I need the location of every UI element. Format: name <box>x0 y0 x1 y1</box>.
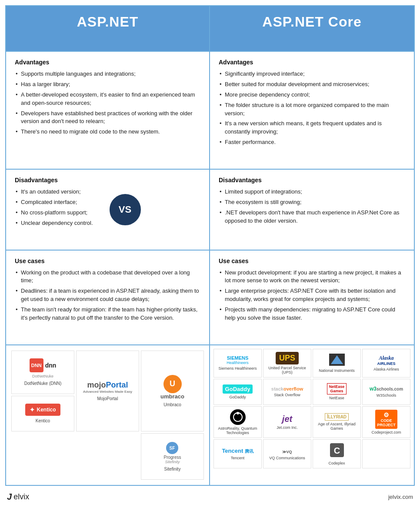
dnn-name: DotNetNuke (DNN) <box>24 381 62 386</box>
svg-text:SF: SF <box>170 446 175 451</box>
logos-right-grid: SIEMENS Healthineers Siemens Healthineer… <box>213 349 410 468</box>
mojo-logo: mojoPortal Advanced Websites Made Easy <box>83 381 132 394</box>
list-item: Complicated interface; <box>15 198 200 207</box>
kentico-name: Kentico <box>36 418 50 423</box>
page: ASP.NET ASP.NET Core Advantages Supports… <box>0 0 420 508</box>
umbraco-logo-cell: U umbraco Umbraco <box>141 351 204 431</box>
list-item: .NET developers don't have that much exp… <box>219 209 405 225</box>
list-item: Projects with many dependencies: migrati… <box>219 306 405 322</box>
umbraco-logo: U umbraco <box>160 375 184 400</box>
list-item: Limited support of integrations; <box>219 188 405 196</box>
dnn-icon: DNN <box>30 358 43 372</box>
tencent-logo: Tencent 腾讯 <box>222 448 253 455</box>
list-item: A better-developed ecosystem, it's easie… <box>15 91 200 107</box>
netease-cell: NetEaseGames NetEase <box>313 379 361 405</box>
logos-right-section: SIEMENS Healthineers Siemens Healthineer… <box>210 344 414 485</box>
svg-point-6 <box>237 412 239 414</box>
right-disadvantages-list: Limited support of integrations; The eco… <box>219 188 405 225</box>
godaddy-logo: GoDaddy <box>223 384 253 394</box>
sitefinity-icon: SF <box>165 441 179 455</box>
illyriad-logo: ĬLLYRIAD <box>325 413 349 421</box>
vq-cell: ≫VQ VQ Communications <box>263 439 311 468</box>
w3schools-cell: w3schools.com W3Schools <box>362 379 410 405</box>
list-item: Working on the product with a codebase t… <box>15 269 200 285</box>
right-title: ASP.NET Core <box>219 14 405 30</box>
national-logo <box>329 354 345 367</box>
left-advantages-list: Supports multiple languages and integrat… <box>15 70 200 136</box>
empty-cell <box>362 439 410 468</box>
list-item: More precise dependency control; <box>219 91 405 99</box>
list-item: It's a new version which means, it gets … <box>219 120 405 136</box>
jet-logo: jet <box>282 414 292 424</box>
stackoverflow-logo: stackoverflow <box>271 386 303 391</box>
right-disadvantages-title: Disadvantages <box>219 177 405 184</box>
mojo-logo-cell: mojoPortal Advanced Websites Made Easy M… <box>76 351 139 431</box>
left-usecases-list: Working on the product with a codebase t… <box>15 269 200 322</box>
mojo-name: MojoPortal <box>97 396 118 401</box>
right-advantages-title: Advantages <box>219 59 405 66</box>
footer: J elvix jelvix.com <box>5 488 415 503</box>
list-item: Significantly improved interface; <box>219 70 405 78</box>
godaddy-cell: GoDaddy GoDaddy <box>213 379 262 405</box>
footer-brand: J elvix <box>7 492 29 502</box>
illyriad-cell: ĬLLYRIAD Age of Ascent, Illyriad Games <box>313 406 361 438</box>
astro-logo <box>230 409 246 425</box>
right-advantages-list: Significantly improved interface; Better… <box>219 70 405 147</box>
siemens-cell: SIEMENS Healthineers Siemens Healthineer… <box>213 349 262 378</box>
footer-website: jelvix.com <box>388 494 413 500</box>
tencent-cell: Tencent 腾讯 Tencent <box>213 439 262 468</box>
list-item: Developers have established best practic… <box>15 110 200 126</box>
vs-badge: VS <box>108 192 143 227</box>
kentico-logo: ✦ Kentico <box>25 404 60 416</box>
right-disadvantages: Disadvantages Limited support of integra… <box>210 169 414 250</box>
codeproject-cell: ⚙CODEPROJECT Codeproject.com <box>362 406 410 438</box>
kentico-logo-cell: ✦ Kentico Kentico <box>11 396 74 431</box>
list-item: The team isn't ready for migration: if t… <box>15 306 200 322</box>
codeplex-cell: C Codeplex <box>313 439 361 468</box>
vq-logo: ≫VQ <box>282 448 292 455</box>
list-item: The ecosystem is still growing; <box>219 198 405 207</box>
list-item: The folder structure is a lot more organ… <box>219 101 405 118</box>
stackoverflow-cell: stackoverflow Stack Overflow <box>263 379 311 405</box>
left-disadvantages-title: Disadvantages <box>15 177 200 184</box>
list-item: Has a larger library; <box>15 80 200 89</box>
list-item: Faster performance. <box>219 138 405 147</box>
alaska-cell: Alaska AIRLINES Alaska Airlines <box>362 349 410 378</box>
left-advantages-title: Advantages <box>15 59 200 66</box>
left-advantages: Advantages Supports multiple languages a… <box>6 51 210 169</box>
right-usecases-list: New product development: if you are star… <box>219 269 405 322</box>
siemens-logo: SIEMENS Healthineers <box>227 355 249 365</box>
w3schools-logo: w3schools.com <box>370 386 403 392</box>
dnn-logo: DNN dnn <box>30 358 57 372</box>
list-item: There's no need to migrate old code to t… <box>15 128 200 136</box>
alaska-logo: Alaska AIRLINES <box>377 355 395 366</box>
right-usecases: Use cases New product development: if yo… <box>210 250 414 344</box>
left-usecases: Use cases Working on the product with a … <box>6 250 210 344</box>
right-advantages: Advantages Significantly improved interf… <box>210 51 414 169</box>
dnn-logo-cell: DNN dnn DotNetNuke DotNetNuke (DNN) <box>11 351 74 394</box>
right-header: ASP.NET Core <box>210 6 414 51</box>
umbraco-name: Umbraco <box>163 402 181 407</box>
left-header: ASP.NET <box>6 6 210 51</box>
list-item: Unclear dependency control. <box>15 219 200 227</box>
netease-logo: NetEaseGames <box>327 383 347 394</box>
list-item: It's an outdated version; <box>15 188 200 196</box>
sitefinity-logo: SF Progress Sitefinity <box>163 441 181 464</box>
national-cell: National Instruments <box>313 349 361 378</box>
sitefinity-name: Sitefinity <box>164 467 181 471</box>
right-usecases-title: Use cases <box>219 257 405 264</box>
list-item: Supports multiple languages and integrat… <box>15 70 200 78</box>
svg-text:C: C <box>333 446 340 455</box>
list-item: Better suited for modular development an… <box>219 80 405 89</box>
comparison-grid: ASP.NET ASP.NET Core Advantages Supports… <box>5 5 415 486</box>
codeproject-logo: ⚙CODEPROJECT <box>375 410 397 429</box>
codeplex-logo: C <box>329 442 345 460</box>
list-item: New product development: if you are star… <box>219 269 405 285</box>
left-title: ASP.NET <box>15 14 200 30</box>
astro-cell: AstroReality, Quantum Technologies <box>213 406 262 438</box>
sitefinity-logo-cell: SF Progress Sitefinity Sitefinity <box>141 433 204 480</box>
jet-cell: jet Jet.com Inc. <box>263 406 311 438</box>
list-item: Deadlines: if a team is experienced in A… <box>15 287 200 304</box>
left-disadvantages: Disadvantages It's an outdated version; … <box>6 169 210 250</box>
ups-cell: UPS United Parcel Service (UPS) <box>263 349 311 378</box>
